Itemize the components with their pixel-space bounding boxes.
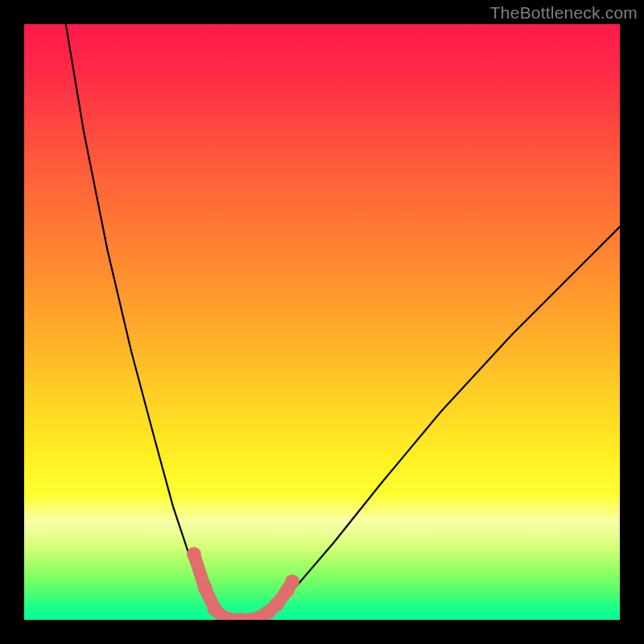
marker-dot [197, 580, 212, 594]
bottleneck-curve [66, 24, 620, 620]
marker-dot [270, 597, 284, 612]
marker-dot [187, 547, 201, 562]
marker-group [187, 547, 299, 620]
chart-frame: TheBottleneck.com [0, 0, 644, 644]
curve-group [66, 24, 620, 620]
plot-area [24, 24, 620, 620]
watermark-text: TheBottleneck.com [490, 3, 638, 23]
chart-svg [24, 24, 620, 620]
marker-dot [285, 575, 299, 589]
